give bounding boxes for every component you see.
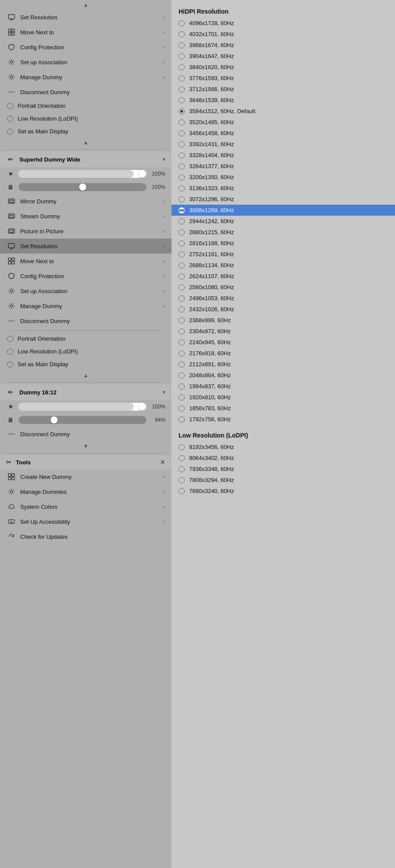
resolution-item-r6[interactable]: 3776x1593, 60Hz xyxy=(172,73,395,84)
resolution-item-l3[interactable]: 7936x3348, 60Hz xyxy=(172,463,395,474)
resolution-item-r36[interactable]: 1856x783, 60Hz xyxy=(172,403,395,414)
r33-radio xyxy=(179,372,185,379)
resolution-item-r33[interactable]: 2048x864, 60Hz xyxy=(172,370,395,381)
resolution-item-l5[interactable]: 7680x3240, 60Hz xyxy=(172,485,395,497)
r15-label: 3200x1350, 60Hz xyxy=(189,174,234,180)
collapse-arrow-1[interactable]: ▲ xyxy=(0,138,172,147)
collapse-arrow-3[interactable]: ▼ xyxy=(0,441,172,451)
r23-label: 2688x1134, 60Hz xyxy=(189,262,234,268)
set-up-association-mid-chevron: › xyxy=(163,288,165,294)
menu-item-create-new-dummy[interactable]: Create New Dummy› xyxy=(0,469,172,484)
resolution-item-l2[interactable]: 8064x3402, 60Hz xyxy=(172,452,395,463)
r14-radio xyxy=(179,163,185,169)
menu-item-set-resolution-mid[interactable]: Set Resolution› xyxy=(0,239,172,254)
r24-label: 2624x1107, 60Hz xyxy=(189,273,234,280)
menu-item-disconnect-dummy-bot[interactable]: Disconnect Dummy xyxy=(0,427,172,441)
svg-point-8 xyxy=(11,92,12,93)
menu-item-move-next-to-top[interactable]: Move Next to› xyxy=(0,25,172,40)
resolution-item-r2[interactable]: 4032x1701, 60Hz xyxy=(172,29,395,40)
resolution-item-r25[interactable]: 2560x1080, 60Hz xyxy=(172,282,395,293)
resolution-item-r3[interactable]: 3968x1674, 60Hz xyxy=(172,40,395,51)
resolution-item-r20[interactable]: 2880x1215, 60Hz xyxy=(172,227,395,238)
resolution-item-r8[interactable]: 3648x1539, 60Hz xyxy=(172,95,395,106)
size-icon-1: 🖥 xyxy=(6,184,15,191)
collapse-arrow-2[interactable]: ▲ xyxy=(0,371,172,380)
brightness-track-2[interactable] xyxy=(18,403,146,411)
resolution-item-r18[interactable]: 3008x1269, 60Hz xyxy=(172,205,395,216)
menu-item-check-for-updates[interactable]: Check for Updates xyxy=(0,529,172,544)
resolution-item-r30[interactable]: 2240x945, 60Hz xyxy=(172,337,395,348)
menu-item-set-up-association-top[interactable]: Set up Association› xyxy=(0,55,172,70)
resolution-item-r1[interactable]: 4096x1728, 60Hz xyxy=(172,18,395,29)
resolution-item-r24[interactable]: 2624x1107, 60Hz xyxy=(172,271,395,282)
set-up-association-top-chevron: › xyxy=(163,59,165,65)
menu-item-manage-dummies[interactable]: Manage Dummies› xyxy=(0,484,172,499)
resolution-item-r26[interactable]: 2496x1053, 60Hz xyxy=(172,293,395,304)
size-track-2[interactable] xyxy=(18,416,146,424)
size-value-1: 100% xyxy=(150,184,165,190)
manage-dummy-top-icon xyxy=(7,73,16,81)
menu-item-system-colors[interactable]: System Colors› xyxy=(0,499,172,514)
resolution-item-r15[interactable]: 3200x1350, 60Hz xyxy=(172,172,395,183)
radio-item-portrait-orientation-top[interactable]: Portrait Orientation xyxy=(0,99,172,112)
manage-dummy-mid-label: Manage Dummy xyxy=(20,303,163,309)
resolution-item-r29[interactable]: 2304x972, 60Hz xyxy=(172,326,395,337)
radio-item-set-as-main-mid[interactable]: Set as Main Display xyxy=(0,358,172,371)
menu-item-manage-dummy-top[interactable]: Manage Dummy› xyxy=(0,70,172,85)
resolution-item-l1[interactable]: 8192x3456, 60Hz xyxy=(172,441,395,452)
manage-dummies-label: Manage Dummies xyxy=(20,489,163,495)
resolution-item-r22[interactable]: 2752x1161, 60Hz xyxy=(172,249,395,260)
resolution-item-r9[interactable]: 3584x1512, 60Hz, Default xyxy=(172,106,395,117)
resolution-item-r17[interactable]: 3072x1296, 60Hz xyxy=(172,194,395,205)
set-as-main-mid-label: Set as Main Display xyxy=(18,361,165,368)
resolution-item-r31[interactable]: 2176x918, 60Hz xyxy=(172,348,395,359)
resolution-item-r14[interactable]: 3264x1377, 60Hz xyxy=(172,161,395,172)
svg-point-26 xyxy=(9,434,10,435)
portrait-orientation-top-label: Portrait Orientation xyxy=(18,103,165,109)
resolution-item-r12[interactable]: 3392x1431, 60Hz xyxy=(172,139,395,150)
resolution-item-r4[interactable]: 3904x1647, 60Hz xyxy=(172,51,395,62)
radio-item-set-as-main-top[interactable]: Set as Main Display xyxy=(0,125,172,138)
tools-close-button[interactable]: ✕ xyxy=(160,459,165,466)
resolution-item-r7[interactable]: 3712x1566, 60Hz xyxy=(172,84,395,95)
menu-item-set-resolution-top[interactable]: Set Resolution› xyxy=(0,10,172,25)
resolution-item-r21[interactable]: 2816x1188, 60Hz xyxy=(172,238,395,249)
size-track-1[interactable] xyxy=(18,183,146,191)
menu-item-picture-in-picture[interactable]: Picture in Picture› xyxy=(0,224,172,239)
menu-item-set-up-association-mid[interactable]: Set up Association› xyxy=(0,283,172,298)
dummy1612-section-header[interactable]: ✏ Dummy 16:12 ▾ xyxy=(0,384,172,400)
menu-item-disconnect-dummy-top[interactable]: Disconnect Dummy xyxy=(0,85,172,99)
resolution-item-r28[interactable]: 2368x999, 60Hz xyxy=(172,315,395,326)
resolution-item-r34[interactable]: 1984x837, 60Hz xyxy=(172,381,395,392)
radio-item-portrait-orientation-mid[interactable]: Portrait Orientation xyxy=(0,332,172,345)
menu-item-manage-dummy-mid[interactable]: Manage Dummy› xyxy=(0,298,172,313)
resolution-item-l4[interactable]: 7808x3294, 60Hz xyxy=(172,474,395,485)
menu-item-mirror-dummy[interactable]: Mirror Dummy› xyxy=(0,194,172,209)
size-slider-row-2: 🖥 94% xyxy=(0,413,172,427)
portrait-orientation-mid-label: Portrait Orientation xyxy=(18,335,165,342)
top-collapse-arrow[interactable]: ▲ xyxy=(0,0,172,10)
superhd-section-header[interactable]: ✏ Superhd Dummy Wide ▾ xyxy=(0,151,172,167)
menu-item-stream-dummy[interactable]: Stream Dummy› xyxy=(0,209,172,224)
resolution-item-r19[interactable]: 2944x1242, 60Hz xyxy=(172,216,395,227)
svg-rect-30 xyxy=(12,474,15,476)
resolution-item-r27[interactable]: 2432x1026, 60Hz xyxy=(172,304,395,315)
radio-item-low-resolution-mid[interactable]: Low Resolution (LoDPI) xyxy=(0,345,172,358)
resolution-item-r11[interactable]: 3456x1458, 60Hz xyxy=(172,128,395,139)
resolution-item-r16[interactable]: 3136x1323, 60Hz xyxy=(172,183,395,194)
resolution-item-r37[interactable]: 1792x756, 60Hz xyxy=(172,414,395,425)
menu-item-disconnect-dummy-mid[interactable]: Disconnect Dummy xyxy=(0,313,172,328)
resolution-item-r23[interactable]: 2688x1134, 60Hz xyxy=(172,260,395,271)
menu-item-move-next-to-mid[interactable]: Move Next to› xyxy=(0,254,172,268)
r8-label: 3648x1539, 60Hz xyxy=(189,97,234,103)
menu-item-config-protection-mid[interactable]: Config Protection› xyxy=(0,268,172,283)
radio-item-low-resolution-top[interactable]: Low Resolution (LoDPI) xyxy=(0,112,172,125)
resolution-item-r5[interactable]: 3840x1620, 60Hz xyxy=(172,62,395,73)
menu-item-set-up-accessibility[interactable]: Set Up Accessibility› xyxy=(0,514,172,529)
resolution-item-r35[interactable]: 1920x810, 60Hz xyxy=(172,392,395,403)
resolution-item-r13[interactable]: 3328x1404, 60Hz xyxy=(172,150,395,161)
resolution-item-r10[interactable]: 3520x1485, 60Hz xyxy=(172,117,395,128)
menu-item-config-protection-top[interactable]: Config Protection› xyxy=(0,40,172,55)
resolution-item-r32[interactable]: 2112x891, 60Hz xyxy=(172,359,395,370)
brightness-track-1[interactable] xyxy=(18,170,146,178)
